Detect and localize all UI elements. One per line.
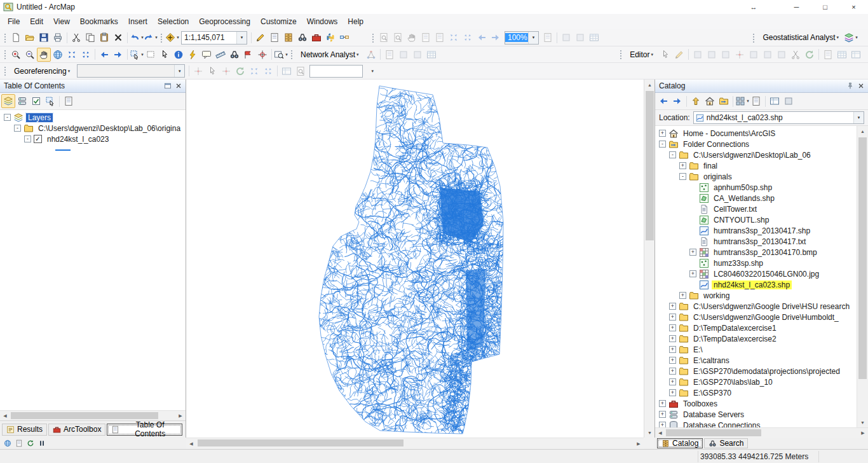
layout-zoom-percent-combo[interactable]: 100%▾ xyxy=(505,31,539,45)
toc-float-button[interactable] xyxy=(162,81,173,91)
layout-go-forward-extent-button[interactable] xyxy=(489,31,503,45)
layer-visibility-checkbox[interactable]: ✓ xyxy=(34,135,42,143)
connect-to-folder-button[interactable] xyxy=(717,94,731,108)
catalog-scroll-up-button[interactable]: ▲ xyxy=(857,126,868,136)
expand-icon[interactable]: + xyxy=(659,411,666,418)
toc-scroll-right-button[interactable]: ▶ xyxy=(175,411,186,420)
attributes-window-button[interactable] xyxy=(835,48,849,62)
collapse-icon[interactable]: - xyxy=(659,141,666,148)
paste-button[interactable] xyxy=(97,31,111,45)
collapse-icon[interactable]: - xyxy=(669,151,676,158)
catalog-tree-item[interactable]: -C:\Users\dgwenzi\Desktop\Lab_06 xyxy=(655,149,857,160)
clear-selected-features-button[interactable] xyxy=(144,48,158,62)
toc-tree-item[interactable]: -✓nhd24kst_l_ca023 xyxy=(0,134,186,144)
toc-close-button[interactable] xyxy=(173,81,184,91)
network-build-button[interactable] xyxy=(397,48,410,62)
catalog-tree-item[interactable]: +Home - Documents\ArcGIS xyxy=(655,128,857,139)
network-directions-button[interactable] xyxy=(383,48,397,62)
expand-icon[interactable]: + xyxy=(679,292,686,299)
network-dataset-button[interactable] xyxy=(364,48,378,62)
georef-cell-size-input[interactable] xyxy=(309,65,363,78)
reshape-feature-button[interactable] xyxy=(761,48,775,62)
map-scale-combo[interactable]: 1:1,145,071▾ xyxy=(181,31,247,45)
catalog-tree-item[interactable]: CA_Wetlands.shp xyxy=(655,193,857,204)
map-scroll-down-button[interactable]: ▼ xyxy=(644,427,655,438)
georeferencing-layer-combo[interactable]: ▾ xyxy=(77,64,185,78)
zoom-in-button[interactable] xyxy=(9,48,23,62)
catalog-tree-item[interactable]: +E:\ xyxy=(655,344,857,355)
menu-edit[interactable]: Edit xyxy=(25,15,48,28)
chevron-down-icon[interactable]: ▾ xyxy=(236,32,247,44)
search-window-button[interactable] xyxy=(295,31,309,45)
expand-icon[interactable]: + xyxy=(669,368,676,375)
fixed-zoom-out-button[interactable] xyxy=(79,48,93,62)
catalog-tree-item[interactable]: +C:\Users\dgwenzi\Google Drive\Humboldt_ xyxy=(655,312,857,322)
zoom-out-button[interactable] xyxy=(23,48,37,62)
expand-icon[interactable]: + xyxy=(669,324,676,331)
georeferencing-menu-button[interactable]: Georeferencing▾ xyxy=(9,64,75,78)
refresh-view-button[interactable] xyxy=(25,438,36,448)
toolbar-grip[interactable] xyxy=(3,66,6,76)
edit-annotation-tool-button[interactable] xyxy=(672,48,686,62)
go-back-extent-button[interactable] xyxy=(97,48,111,62)
menu-selection[interactable]: Selection xyxy=(153,15,194,28)
menu-geoprocessing[interactable]: Geoprocessing xyxy=(194,15,255,28)
html-popup-button[interactable] xyxy=(200,48,214,62)
collapse-icon[interactable]: - xyxy=(14,125,21,132)
layout-zoom-100-button[interactable] xyxy=(433,31,447,45)
rotate-raster-button[interactable] xyxy=(233,64,247,78)
editor-menu-button[interactable]: Editor▾ xyxy=(625,48,658,62)
layout-go-back-extent-button[interactable] xyxy=(475,31,489,45)
auto-registration-button[interactable] xyxy=(219,64,233,78)
toolbar-grip[interactable] xyxy=(619,49,622,60)
toolbar-grip[interactable] xyxy=(159,32,163,43)
toggle-contents-panel-button[interactable] xyxy=(768,94,782,108)
menu-bookmarks[interactable]: Bookmarks xyxy=(75,15,123,28)
geostatistical-layers-button[interactable]: ▾ xyxy=(844,31,858,45)
close-button[interactable]: × xyxy=(839,0,868,14)
collapse-icon[interactable]: - xyxy=(4,114,11,121)
expand-icon[interactable]: + xyxy=(669,335,676,342)
catalog-pin-button[interactable] xyxy=(844,81,855,91)
menu-view[interactable]: View xyxy=(48,15,75,28)
list-by-source-button[interactable] xyxy=(15,94,29,108)
dock-button[interactable]: ↔ xyxy=(744,0,763,14)
catalog-hscroll-thumb[interactable] xyxy=(666,429,761,436)
catalog-tree-item[interactable]: +final xyxy=(655,160,857,171)
layout-zoom-in-button[interactable] xyxy=(377,31,391,45)
catalog-tab-catalog[interactable]: Catalog xyxy=(657,438,703,448)
pause-drawing-button[interactable] xyxy=(36,438,48,448)
go-forward-extent-button[interactable] xyxy=(111,48,125,62)
edit-tool-button[interactable] xyxy=(658,48,672,62)
catalog-tree-item[interactable]: +E:\GSP270\demodata\projections\projecte… xyxy=(655,366,857,377)
dock-tab-table-of-contents[interactable]: Table Of Contents xyxy=(107,424,182,436)
catalog-window-button[interactable] xyxy=(281,31,295,45)
cut-button[interactable] xyxy=(69,31,83,45)
full-extent-button[interactable] xyxy=(51,48,65,62)
endpoint-arc-button[interactable] xyxy=(705,48,719,62)
catalog-tree-item[interactable]: +D:\TempData\excercise1 xyxy=(655,322,857,333)
save-map-button[interactable] xyxy=(37,31,51,45)
layout-focus-data-frame-button[interactable] xyxy=(573,31,587,45)
print-button[interactable] xyxy=(51,31,65,45)
catalog-tree-item[interactable]: +LC80460322015046LGN00.jpg xyxy=(655,268,857,279)
viewer-window-button[interactable]: ▾ xyxy=(274,48,288,62)
georef-zoom-button[interactable] xyxy=(294,64,308,78)
catalog-tree-item[interactable]: +E:\GSP270\labs\lab_10 xyxy=(655,377,857,387)
arctoolbox-window-button[interactable] xyxy=(309,31,323,45)
toolbar-grip[interactable] xyxy=(752,32,755,43)
pan-button[interactable] xyxy=(37,48,51,62)
contents-view-button[interactable]: ▾ xyxy=(735,94,749,108)
straight-segment-button[interactable] xyxy=(691,48,705,62)
item-description-button[interactable] xyxy=(749,94,763,108)
expand-icon[interactable]: + xyxy=(659,400,666,407)
toolbar-grip[interactable] xyxy=(290,49,293,60)
catalog-tab-search[interactable]: Search xyxy=(704,438,748,448)
dock-tab-results[interactable]: Results xyxy=(2,424,47,436)
dock-tab-arctoolbox[interactable]: ArcToolbox xyxy=(48,424,105,436)
catalog-tree-item[interactable]: +humtrans3sp_201304170.bmp xyxy=(655,247,857,258)
expand-icon[interactable]: + xyxy=(669,389,676,396)
catalog-tree-item[interactable]: +Database Connections xyxy=(655,420,857,427)
layout-pan-button[interactable] xyxy=(405,31,419,45)
new-map-button[interactable] xyxy=(9,31,23,45)
